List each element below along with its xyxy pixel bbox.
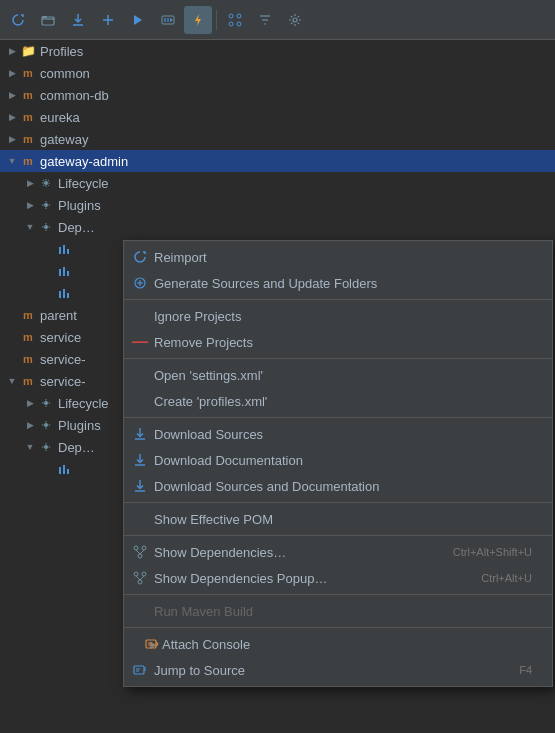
- arrow-common-db: [6, 89, 18, 101]
- menu-download-sources-docs[interactable]: Download Sources and Documentation: [124, 473, 552, 499]
- tree-item-common-db[interactable]: m common-db: [0, 84, 555, 106]
- filter-btn[interactable]: [251, 6, 279, 34]
- svg-point-33: [44, 423, 48, 427]
- menu-generate-sources[interactable]: Generate Sources and Update Folders: [124, 270, 552, 296]
- tree-item-gateway[interactable]: m gateway: [0, 128, 555, 150]
- menu-download-docs[interactable]: Download Documentation: [124, 447, 552, 473]
- svg-point-32: [44, 401, 48, 405]
- menu-show-pom-label: Show Effective POM: [154, 512, 273, 527]
- download-docs-icon: [132, 452, 148, 468]
- svg-rect-26: [59, 269, 61, 276]
- svg-rect-28: [67, 271, 69, 276]
- pom-icon: [132, 511, 148, 527]
- run-maven-icon: [132, 603, 148, 619]
- show-deps-shortcut: Ctrl+Alt+Shift+U: [453, 546, 532, 558]
- gear-icon-plugins: [38, 197, 54, 213]
- tree-item-dependencies[interactable]: Dep…: [0, 216, 555, 238]
- menu-attach-console[interactable]: ▶ Attach Console: [124, 631, 552, 657]
- menu-ignore-projects[interactable]: Ignore Projects: [124, 303, 552, 329]
- chart-icon-srv-dep1: [56, 461, 72, 477]
- label-srv-plugins: Plugins: [58, 418, 101, 433]
- menu-attach-console-label: Attach Console: [162, 637, 250, 652]
- arrow-service2: [6, 353, 18, 365]
- svg-point-20: [44, 181, 48, 185]
- maven-icon-service1: m: [20, 329, 36, 345]
- arrow-lifecycle: [24, 177, 36, 189]
- svg-point-15: [237, 22, 241, 26]
- svg-rect-1: [42, 16, 47, 18]
- svg-line-50: [136, 550, 140, 554]
- sep-after-profiles: [124, 417, 552, 418]
- menu-create-profiles[interactable]: Create 'profiles.xml': [124, 388, 552, 414]
- download-sources-icon: [132, 426, 148, 442]
- tree-item-gateway-admin[interactable]: m gateway-admin: [0, 150, 555, 172]
- svg-line-55: [136, 576, 140, 580]
- add-btn[interactable]: [94, 6, 122, 34]
- arrow-dependencies: [24, 221, 36, 233]
- arrow-plugins: [24, 199, 36, 211]
- settings-gear-btn[interactable]: [281, 6, 309, 34]
- tree-item-profiles[interactable]: 📁 Profiles: [0, 40, 555, 62]
- reimport-icon: [132, 249, 148, 265]
- arrow-common: [6, 67, 18, 79]
- svg-rect-37: [67, 469, 69, 474]
- tree-item-common[interactable]: m common: [0, 62, 555, 84]
- label-service2: service-: [40, 352, 86, 367]
- settings-xml-icon: [132, 367, 148, 383]
- tree-item-plugins[interactable]: Plugins: [0, 194, 555, 216]
- svg-point-49: [138, 554, 142, 558]
- menu-remove-label: Remove Projects: [154, 335, 253, 350]
- jump-to-source-shortcut: F4: [519, 664, 532, 676]
- menu-show-deps-popup-label: Show Dependencies Popup…: [154, 571, 327, 586]
- run-btn[interactable]: [124, 6, 152, 34]
- download-icon-btn[interactable]: [64, 6, 92, 34]
- label-gateway-admin: gateway-admin: [40, 154, 128, 169]
- label-plugins: Plugins: [58, 198, 101, 213]
- arrow-eureka: [6, 111, 18, 123]
- generate-icon: [132, 275, 148, 291]
- folder-btn[interactable]: [34, 6, 62, 34]
- maven-icon-parent: m: [20, 307, 36, 323]
- download-both-icon: [132, 478, 148, 494]
- show-deps-popup-shortcut: Ctrl+Alt+U: [481, 572, 532, 584]
- refresh-btn[interactable]: [4, 6, 32, 34]
- label-lifecycle: Lifecycle: [58, 176, 109, 191]
- tree-item-eureka[interactable]: m eureka: [0, 106, 555, 128]
- svg-line-56: [140, 576, 144, 580]
- arrow-dep1: [42, 243, 54, 255]
- maven-icon-common: m: [20, 65, 36, 81]
- svg-line-51: [140, 550, 144, 554]
- menu-open-settings[interactable]: Open 'settings.xml': [124, 362, 552, 388]
- profiles-xml-icon: [132, 393, 148, 409]
- arrow-parent: [6, 309, 18, 321]
- menu-reimport[interactable]: Reimport: [124, 244, 552, 270]
- menu-show-pom[interactable]: Show Effective POM: [124, 506, 552, 532]
- menu-jump-to-source[interactable]: Jump to Source F4: [124, 657, 552, 683]
- menu-run-maven[interactable]: Run Maven Build: [124, 598, 552, 624]
- svg-rect-31: [67, 293, 69, 298]
- arrow-srv-dep1: [42, 463, 54, 475]
- menu-remove-projects[interactable]: — Remove Projects: [124, 329, 552, 355]
- svg-point-52: [134, 572, 138, 576]
- svg-rect-62: [134, 666, 144, 674]
- run2-btn[interactable]: [154, 6, 182, 34]
- menu-show-deps-popup[interactable]: Show Dependencies Popup… Ctrl+Alt+U: [124, 565, 552, 591]
- svg-point-14: [229, 22, 233, 26]
- gear-icon-dependencies: [38, 219, 54, 235]
- svg-point-54: [138, 580, 142, 584]
- sep1: [216, 10, 217, 30]
- bolt-btn[interactable]: [184, 6, 212, 34]
- tree-view-btn[interactable]: [221, 6, 249, 34]
- arrow-srv-deps: [24, 441, 36, 453]
- tree-item-lifecycle[interactable]: Lifecycle: [0, 172, 555, 194]
- attach-console-icon: [144, 636, 160, 652]
- sep-after-deps: [124, 594, 552, 595]
- arrow-service1: [6, 331, 18, 343]
- gear-icon-lifecycle: [38, 175, 54, 191]
- chart-icon-dep2: [56, 263, 72, 279]
- label-srv-lifecycle: Lifecycle: [58, 396, 109, 411]
- menu-download-sources[interactable]: Download Sources: [124, 421, 552, 447]
- label-parent: parent: [40, 308, 77, 323]
- menu-show-deps[interactable]: Show Dependencies… Ctrl+Alt+Shift+U: [124, 539, 552, 565]
- menu-download-docs-label: Download Documentation: [154, 453, 303, 468]
